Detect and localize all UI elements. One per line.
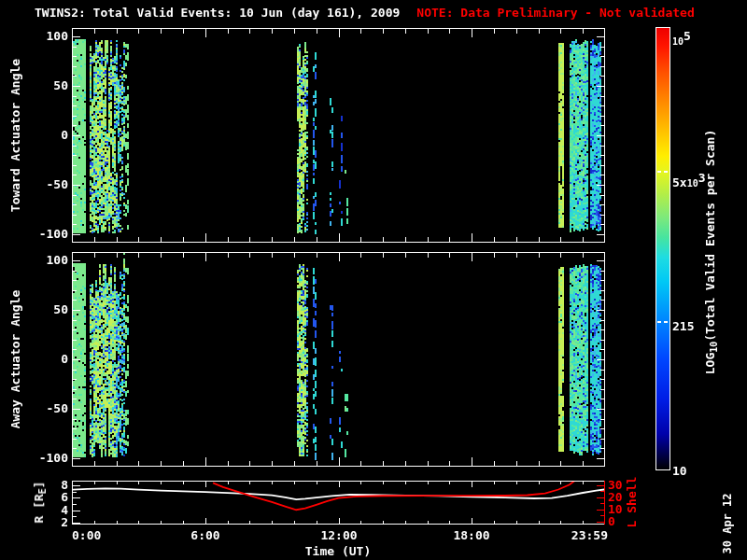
figure-title: TWINS2: Total Valid Events: 10 Jun (day … (35, 6, 695, 20)
date-stamp: 30 Apr 12 (721, 493, 734, 553)
y-tick-label: 100 (21, 253, 68, 267)
y-tick-label: 0 (21, 128, 68, 142)
x-tick-label: 12:00 (311, 528, 367, 542)
y-tick-label: 50 (21, 78, 68, 92)
cb-tick-pre: 5x (672, 175, 687, 189)
colorbar-tick-1e5: 105 (672, 29, 691, 49)
title-text: TWINS2: Total Valid Events: 10 Jun (day … (35, 6, 400, 20)
x-tick-label: 23:59 (552, 528, 608, 542)
y-tick-label: 0 (21, 352, 68, 366)
cb-tick-pre: 10 (672, 464, 687, 478)
x-tick-label: 6:00 (177, 528, 233, 542)
r-tick-label: 6 (21, 490, 68, 504)
x-tick-label: 18:00 (444, 528, 500, 542)
colorbar-tick-215: 215 (672, 315, 694, 334)
lshell-tick-label: 0 (608, 514, 645, 528)
cb-tick-exp: 3 (698, 171, 706, 185)
twins2-figure: TWINS2: Total Valid Events: 10 Jun (day … (0, 0, 747, 560)
y-tick-label: 100 (21, 29, 68, 43)
colorbar-title-pre: LOG (703, 353, 717, 374)
colorbar-tick-5e3: 5x103 (672, 171, 706, 190)
y-tick-label: 50 (21, 302, 68, 316)
cb-tick-pre: 215 (672, 319, 694, 333)
colorbar-title-post: (Total Valid Events per Scan) (703, 130, 717, 342)
y-axis-label-away: Away Actuator Angle (9, 290, 22, 429)
y-tick-label: -50 (21, 177, 68, 191)
y-tick-label: -100 (21, 451, 68, 465)
colorbar-title-sub: 10 (709, 342, 719, 353)
y-tick-label: -50 (21, 401, 68, 415)
cb-tick-exp: 5 (684, 29, 691, 43)
y-axis-label-toward: Toward Actuator Angle (9, 59, 22, 212)
colorbar-title: LOG10(Total Valid Events per Scan) (704, 130, 721, 375)
r-tick-label: 2 (21, 515, 68, 529)
y-tick-label: -100 (21, 227, 68, 241)
cb-tick-base: 10 (687, 178, 698, 189)
title-note: NOTE: Data Preliminary - Not validated (416, 6, 694, 20)
cb-tick-base: 10 (672, 36, 684, 47)
x-axis-label: Time (UT) (282, 544, 394, 558)
x-tick-label: 0:00 (72, 528, 128, 542)
colorbar-tick-10: 10 (672, 459, 687, 479)
